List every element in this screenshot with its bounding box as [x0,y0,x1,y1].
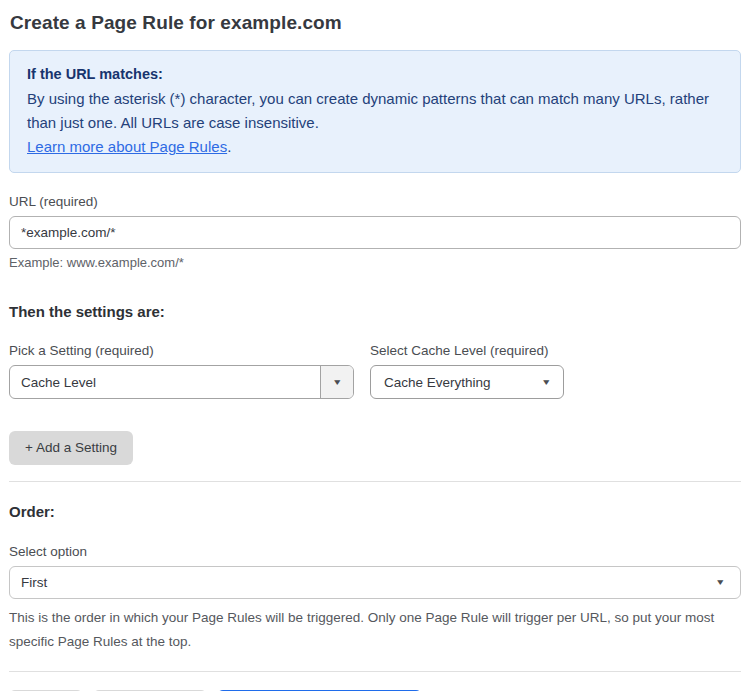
chevron-down-icon: ▼ [715,578,726,587]
add-setting-button[interactable]: + Add a Setting [9,431,133,465]
setting-picker-group: Pick a Setting (required) Cache Level ▼ [9,343,354,399]
cache-level-picker-label: Select Cache Level (required) [370,343,564,358]
info-box-body-text: By using the asterisk (*) character, you… [27,90,709,131]
page-title: Create a Page Rule for example.com [10,12,741,34]
order-select-value: First [21,575,47,590]
settings-section-heading: Then the settings are: [9,303,741,320]
info-box-heading: If the URL matches: [27,62,723,86]
chevron-down-icon: ▼ [541,378,552,387]
order-section-heading: Order: [9,503,741,520]
url-matches-info-box: If the URL matches: By using the asteris… [9,50,741,173]
setting-picker-dropdown[interactable]: Cache Level ▼ [9,365,354,399]
setting-picker-arrow-button[interactable]: ▼ [320,366,353,398]
info-box-body: By using the asterisk (*) character, you… [27,87,723,159]
cache-level-picker-group: Select Cache Level (required) Cache Ever… [370,343,564,399]
footer-divider [9,671,741,672]
setting-picker-value: Cache Level [10,366,320,398]
url-field-section: URL (required) Example: www.example.com/… [9,194,741,270]
settings-row: Pick a Setting (required) Cache Level ▼ … [9,343,741,399]
order-select[interactable]: First ▼ [9,566,741,599]
cache-level-dropdown[interactable]: Cache Everything ▼ [370,365,564,399]
url-input[interactable] [9,216,741,249]
link-period: . [227,138,231,155]
order-select-label: Select option [9,544,741,559]
order-helper-text: This is the order in which your Page Rul… [9,606,741,654]
learn-more-page-rules-link[interactable]: Learn more about Page Rules [27,138,227,155]
url-field-label: URL (required) [9,194,741,209]
create-page-rule-panel: Create a Page Rule for example.com If th… [0,0,750,691]
setting-picker-label: Pick a Setting (required) [9,343,354,358]
cache-level-value: Cache Everything [384,375,491,390]
url-example-helper: Example: www.example.com/* [9,255,741,270]
chevron-down-icon: ▼ [332,378,343,387]
section-divider [9,481,741,482]
